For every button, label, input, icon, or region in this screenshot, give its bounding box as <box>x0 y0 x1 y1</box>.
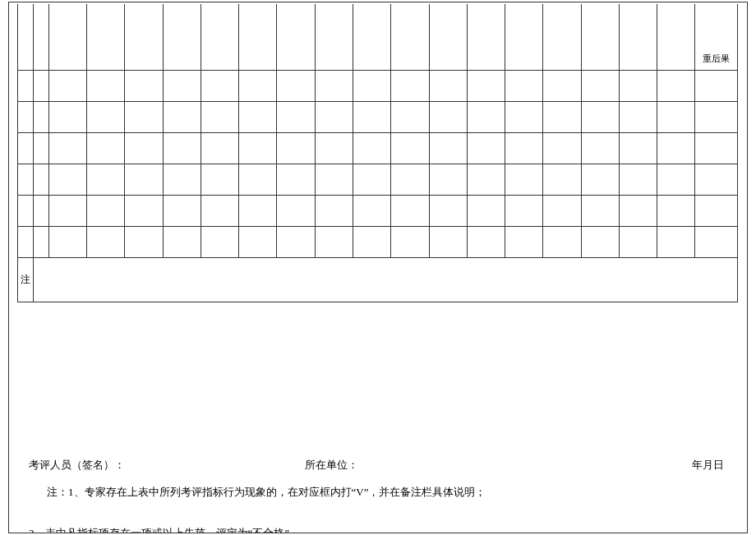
date-label: 年月日 <box>692 458 748 473</box>
table-row <box>18 71 738 102</box>
evaluator-signature-label: 考评人员（签名）： <box>29 458 305 473</box>
table-row <box>18 133 738 164</box>
evaluation-grid: 注 <box>17 70 738 302</box>
footnote-1: 注：1、专家存在上表中所列考评指标行为现象的，在对应框内打“V”，并在备注栏具体… <box>29 485 748 500</box>
notes-row-content <box>33 258 737 302</box>
page-frame: 重后果 注 考评人员（签名）： 所在单位： 年月日 注 <box>8 2 748 533</box>
table-row <box>18 102 738 133</box>
footnote-2-partial: 2、表中凡指标项存在一项或以上失范，评定为“不合格”。 <box>29 526 300 533</box>
column-header-last: 重后果 <box>695 53 737 69</box>
table-header-fragment: 重后果 <box>17 4 738 71</box>
notes-row-label: 注 <box>18 258 34 302</box>
table-row <box>18 227 738 258</box>
signature-line: 考评人员（签名）： 所在单位： 年月日 <box>29 458 748 473</box>
table-row <box>18 164 738 196</box>
unit-label: 所在单位： <box>305 458 692 473</box>
table-row <box>18 196 738 227</box>
table-notes-row: 注 <box>18 258 738 302</box>
footer-text-block: 考评人员（签名）： 所在单位： 年月日 注：1、专家存在上表中所列考评指标行为现… <box>29 458 748 500</box>
